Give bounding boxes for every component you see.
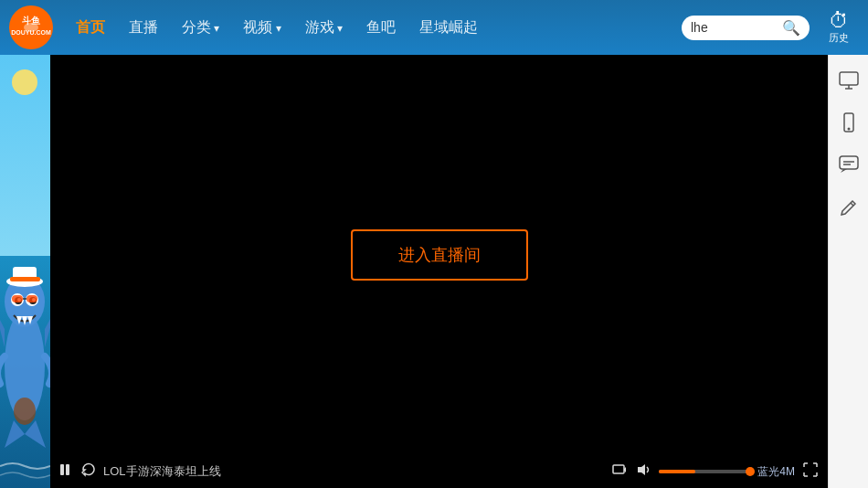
logo-icon: 斗鱼 DOUYU.COM — [9, 5, 53, 49]
video-player: 进入直播间 LOL手游深海泰坦上线 — [50, 55, 828, 488]
mobile-button[interactable] — [832, 106, 865, 139]
history-icon: ⏱ — [829, 11, 849, 31]
video-controls: LOL手游深海泰坦上线 蓝光 — [50, 455, 828, 488]
enter-room-button[interactable]: 进入直播间 — [351, 229, 528, 281]
nav-bar: 首页 直播 分类 视频 游戏 鱼吧 星域崛起 — [67, 13, 672, 43]
history-label: 历史 — [829, 31, 849, 45]
nav-starrise[interactable]: 星域崛起 — [410, 13, 487, 43]
beach-art — [0, 55, 50, 488]
monitor-button[interactable] — [832, 64, 865, 97]
svg-rect-33 — [840, 72, 858, 85]
edit-button[interactable] — [832, 190, 865, 223]
volume-icon[interactable] — [635, 461, 651, 482]
clip-icon[interactable] — [611, 461, 628, 482]
svg-rect-30 — [66, 464, 69, 475]
history-button[interactable]: ⏱ 历史 — [819, 11, 859, 45]
svg-rect-19 — [26, 295, 37, 302]
svg-marker-32 — [638, 464, 645, 475]
nav-videos[interactable]: 视频 — [234, 13, 290, 43]
svg-point-28 — [14, 398, 36, 425]
search-input[interactable] — [691, 20, 782, 35]
search-icon[interactable]: 🔍 — [782, 19, 800, 37]
logo[interactable]: 斗鱼 DOUYU.COM — [9, 5, 53, 49]
left-sidebar — [0, 55, 50, 488]
svg-rect-18 — [12, 295, 23, 302]
nav-fishbar[interactable]: 鱼吧 — [357, 13, 405, 43]
volume-dot — [746, 467, 755, 476]
stream-title: LOL手游深海泰坦上线 — [103, 463, 350, 480]
video-main: 进入直播间 — [50, 55, 828, 455]
svg-rect-38 — [840, 156, 858, 169]
nav-games[interactable]: 游戏 — [296, 13, 352, 43]
nav-live[interactable]: 直播 — [120, 13, 167, 43]
volume-bar[interactable] — [659, 470, 750, 473]
svg-point-3 — [24, 23, 38, 32]
svg-line-42 — [851, 203, 853, 206]
refresh-icon[interactable] — [81, 462, 96, 481]
search-box: 🔍 — [682, 16, 810, 40]
svg-point-6 — [12, 69, 37, 95]
nav-categories[interactable]: 分类 — [173, 13, 228, 43]
quality-badge[interactable]: 蓝光4M — [757, 464, 795, 480]
svg-point-37 — [847, 128, 850, 131]
play-icon[interactable] — [59, 462, 74, 481]
svg-rect-11 — [10, 277, 40, 281]
svg-rect-29 — [60, 464, 64, 475]
chat-button[interactable] — [832, 148, 865, 181]
svg-rect-31 — [613, 465, 624, 473]
volume-fill — [659, 470, 695, 473]
header: 斗鱼 DOUYU.COM 首页 直播 分类 视频 游戏 鱼吧 星域崛起 🔍 ⏱ … — [0, 0, 868, 55]
nav-home[interactable]: 首页 — [67, 13, 114, 43]
main-area: 进入直播间 LOL手游深海泰坦上线 — [0, 55, 868, 488]
right-sidebar — [828, 55, 868, 488]
fullscreen-icon[interactable] — [802, 461, 819, 482]
